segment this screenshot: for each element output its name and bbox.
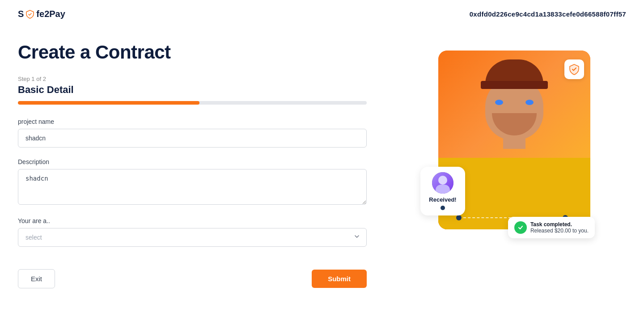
project-name-label: project name bbox=[18, 118, 367, 125]
task-check-icon bbox=[514, 221, 527, 234]
description-group: Description shadcn bbox=[18, 158, 367, 207]
progress-bar-container bbox=[18, 101, 367, 105]
step-title: Basic Detail bbox=[18, 84, 367, 96]
logo: S fe2Pay bbox=[18, 9, 65, 19]
description-textarea[interactable]: shadcn bbox=[18, 169, 367, 205]
logo-text-before: S bbox=[18, 9, 24, 19]
role-group: Your are a.. select Freelancer Client Em… bbox=[18, 217, 367, 247]
role-label: Your are a.. bbox=[18, 217, 367, 224]
role-select[interactable]: select Freelancer Client Employer bbox=[18, 228, 367, 247]
step-label: Step 1 of 2 bbox=[18, 76, 367, 82]
role-select-wrapper: select Freelancer Client Employer bbox=[18, 228, 367, 247]
received-dot bbox=[441, 206, 445, 210]
form-actions: Exit Submit bbox=[18, 269, 367, 288]
task-title: Task completed. bbox=[530, 221, 589, 228]
submit-button[interactable]: Submit bbox=[312, 270, 367, 288]
form-section: Create a Contract Step 1 of 2 Basic Deta… bbox=[18, 42, 367, 288]
exit-button[interactable]: Exit bbox=[18, 269, 55, 288]
logo-shield-icon bbox=[25, 10, 34, 19]
task-completed-card: Task completed. Released $20.00 to you. bbox=[508, 217, 595, 238]
page-title: Create a Contract bbox=[18, 42, 367, 63]
project-name-input[interactable] bbox=[18, 129, 367, 148]
logo-text-after: fe2Pay bbox=[36, 9, 65, 19]
illustration-container: Received! Task completed. Released $20 bbox=[420, 51, 590, 247]
header: S fe2Pay 0xdfd0d226ce9c4cd1a13833cefe0d6… bbox=[0, 0, 644, 28]
received-avatar bbox=[432, 172, 453, 194]
dot-nav-left bbox=[456, 215, 462, 220]
received-card: Received! bbox=[420, 167, 465, 215]
task-text: Task completed. Released $20.00 to you. bbox=[530, 221, 589, 234]
wallet-address: 0xdfd0d226ce9c4cd1a13833cefe0d66588f07ff… bbox=[470, 10, 626, 18]
description-label: Description bbox=[18, 158, 367, 165]
task-subtitle: Released $20.00 to you. bbox=[530, 228, 589, 234]
shield-badge bbox=[564, 59, 584, 79]
received-label: Received! bbox=[429, 196, 456, 203]
project-name-group: project name bbox=[18, 118, 367, 148]
illustration-section: Received! Task completed. Released $20 bbox=[385, 42, 626, 288]
main-layout: Create a Contract Step 1 of 2 Basic Deta… bbox=[0, 28, 644, 306]
progress-bar-fill bbox=[18, 101, 199, 105]
